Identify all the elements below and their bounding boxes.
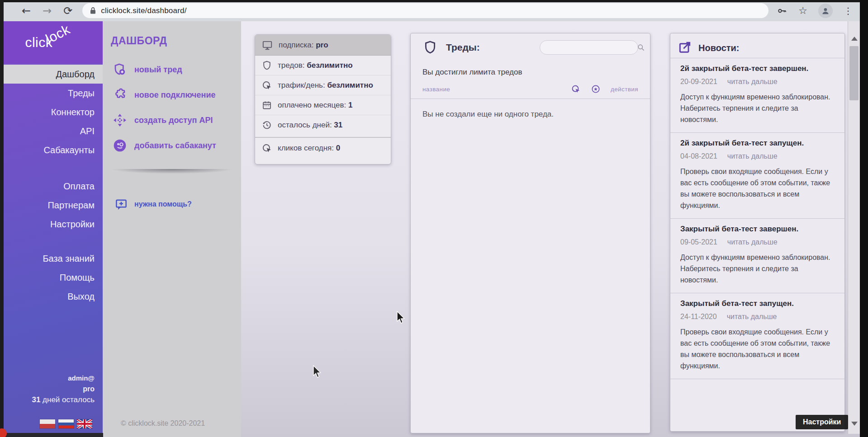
click-column-icon[interactable] <box>571 84 581 94</box>
threads-title: Треды: <box>446 42 480 53</box>
sidebar-item-partners[interactable]: Партнерам <box>0 196 103 215</box>
browser-chrome: ← → ⟳ clicklock.site/dashboard/ ☆ ⋮ <box>0 0 868 21</box>
video-edge-right <box>860 0 868 437</box>
sidebar-item-threads[interactable]: Треды <box>0 84 103 103</box>
menu-panel-shadow <box>104 169 239 175</box>
news-item-title: Закрытый бета-тест завершен. <box>680 224 835 234</box>
kebab-menu-icon[interactable]: ⋮ <box>844 5 853 16</box>
user-email: admin@ <box>32 373 95 384</box>
key-icon[interactable] <box>777 5 787 16</box>
bookmark-star-icon[interactable]: ☆ <box>798 5 807 16</box>
new-thread-button[interactable]: новый тред <box>103 57 241 82</box>
read-more-link[interactable]: читать дальше <box>727 313 777 320</box>
stats-row-months: оплачено месяцев: 1 <box>255 95 391 115</box>
sidebar-item-help[interactable]: Помощь <box>0 268 103 287</box>
user-info: admin@ pro 31 дней осталось <box>32 373 95 405</box>
scroll-down-arrow-icon[interactable] <box>851 422 858 426</box>
profile-avatar[interactable] <box>818 4 833 18</box>
news-panel-footer <box>670 379 844 411</box>
stats-row-traffic: трафик/день: безлимитно <box>255 75 391 95</box>
sidebar-item-payment[interactable]: Оплата <box>0 177 103 196</box>
read-more-link[interactable]: читать дальше <box>727 78 778 85</box>
sidebar-item-connector[interactable]: Коннектор <box>0 103 103 122</box>
sidebar-item-knowledge-base[interactable]: База знаний <box>0 249 103 268</box>
stat-value: безлимитно <box>327 81 373 89</box>
help-bubble-icon <box>114 197 128 211</box>
news-item: Закрытый бета-тест запущен. 24-11-2020чи… <box>670 293 844 379</box>
stat-label: осталось дней: <box>278 121 334 129</box>
forward-icon[interactable]: → <box>43 5 52 16</box>
news-item-body: Проверь свои входящие сообщения. Если у … <box>680 166 835 211</box>
logo-lock: lock <box>43 22 73 47</box>
user-plan: pro <box>32 384 95 395</box>
logo[interactable]: clicklock <box>0 21 103 63</box>
threads-panel: Треды: Вы достигли лимита тредов названи… <box>410 33 650 433</box>
sidebar-item-logout[interactable]: Выход <box>0 287 103 306</box>
video-edge-left <box>0 0 4 437</box>
stat-label: подписка: <box>279 41 316 49</box>
address-bar[interactable]: clicklock.site/dashboard/ <box>82 3 768 18</box>
back-icon[interactable]: ← <box>22 5 31 16</box>
read-more-link[interactable]: читать дальше <box>727 152 778 160</box>
days-left-value: 31 <box>32 395 40 404</box>
sidebar-item-subaccounts[interactable]: Сабакаунты <box>0 141 103 160</box>
scroll-up-arrow-icon[interactable] <box>851 37 858 41</box>
video-edge-top <box>0 0 868 2</box>
sidebar-item-api[interactable]: API <box>0 122 103 141</box>
shield-star-column-icon[interactable] <box>591 84 601 94</box>
create-api-access-label: создать доступ API <box>134 116 213 125</box>
read-more-link[interactable]: читать дальше <box>727 238 778 246</box>
threads-table-header: название действия <box>422 84 638 94</box>
player-settings-tooltip: Настройки <box>796 415 848 429</box>
stats-row-clicks-today: кликов сегодня: 0 <box>255 137 391 159</box>
russia-flag[interactable] <box>58 419 74 428</box>
poland-flag[interactable] <box>40 419 55 428</box>
stat-value: 1 <box>348 101 352 109</box>
threads-search-input[interactable] <box>545 43 636 52</box>
create-api-access-button[interactable]: создать доступ API <box>103 108 241 133</box>
need-help-link[interactable]: нужна помощь? <box>114 197 192 211</box>
dashboard-menu-panel: ДАШБОРД новый тред новое подключение соз… <box>103 21 241 437</box>
quick-actions: новый тред новое подключение создать дос… <box>103 57 241 158</box>
days-left: 31 дней осталось <box>32 395 95 405</box>
news-item-title: Закрытый бета-тест запущен. <box>680 299 835 309</box>
subaccount-icon <box>113 138 127 153</box>
stat-label: кликов сегодня: <box>278 144 336 152</box>
new-connection-label: новое подключение <box>134 90 216 100</box>
sidebar-item-dashboard[interactable]: Дашборд <box>0 65 103 84</box>
mouse-cursor <box>397 311 407 324</box>
news-item-date: 09-05-2021 <box>680 238 717 246</box>
days-left-text: дней осталось <box>40 395 95 404</box>
shield-plus-icon <box>113 62 127 77</box>
stats-row-subscription: подписка: pro <box>255 35 391 56</box>
stat-label: тредов: <box>278 61 307 70</box>
news-item-body: Проверь свои входящие сообщения. Если у … <box>680 326 835 371</box>
stat-label: трафик/день: <box>278 81 327 89</box>
add-subaccount-button[interactable]: добавить сабаканут <box>103 133 241 158</box>
monitor-icon <box>261 39 273 51</box>
external-link-icon <box>678 41 692 55</box>
sidebar-item-settings[interactable]: Настройки <box>0 215 103 234</box>
news-item-title: 2й закрытый бета-тест завершен. <box>680 64 835 74</box>
click-icon <box>261 143 272 154</box>
scrollbar-thumb[interactable] <box>849 46 859 100</box>
refresh-icon[interactable]: ⟳ <box>63 5 72 16</box>
news-item-body: Доступ к функциям временно заблокирован.… <box>680 252 835 286</box>
new-connection-button[interactable]: новое подключение <box>103 82 241 108</box>
sidebar-nav: Дашборд Треды Коннектор API Сабакаунты О… <box>0 65 103 306</box>
puzzle-icon <box>113 88 127 102</box>
need-help-label: нужна помощь? <box>134 200 192 208</box>
screen: ← → ⟳ clicklock.site/dashboard/ ☆ ⋮ clic… <box>0 0 868 437</box>
news-item-date: 24-11-2020 <box>680 313 717 320</box>
stat-value: pro <box>316 41 328 49</box>
copyright-text: © clicklock.site 2020-2021 <box>121 419 205 428</box>
main-content: подписка: pro тредов: безлимитно трафик/… <box>241 21 868 437</box>
mouse-cursor <box>313 365 323 379</box>
calendar-icon <box>261 100 272 111</box>
search-icon <box>636 43 645 52</box>
news-item-title: 2й закрытый бета-тест запущен. <box>680 138 835 148</box>
page-scrollbar[interactable] <box>848 21 860 434</box>
news-item-body: Доступ к функциям временно заблокирован.… <box>680 91 835 125</box>
stats-row-days: осталось дней: 31 <box>255 115 391 135</box>
uk-flag[interactable] <box>77 419 92 428</box>
